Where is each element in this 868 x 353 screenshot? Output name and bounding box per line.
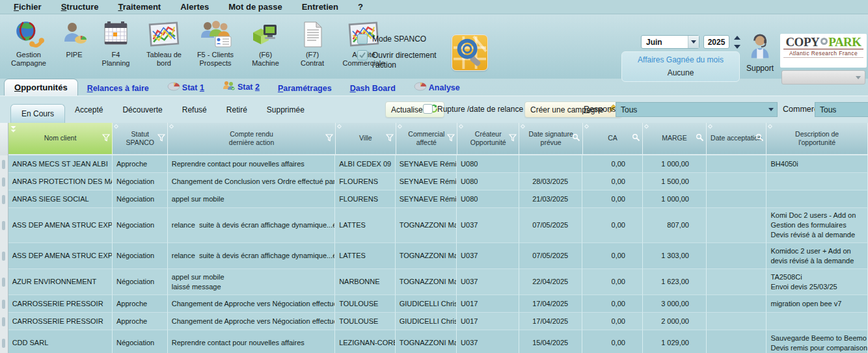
tab-relances-faire[interactable]: Relances à faire — [87, 84, 149, 93]
subtab-refus[interactable]: Refusé — [182, 105, 207, 114]
cell-ville: LATTES — [335, 208, 396, 243]
table-row[interactable]: ANRAS MECS ST JEAN ALBIApprocheReprendre… — [0, 155, 868, 173]
column-header-statut[interactable]: Statut SPANCO — [113, 123, 168, 155]
tab-label: Dash Board — [350, 84, 396, 93]
row-selector[interactable] — [0, 295, 8, 313]
table-row[interactable]: CARROSSERIE PRESSOIRApprocheChangement d… — [0, 313, 868, 330]
checkbox-label: Ouvrir directement l'action — [372, 50, 437, 70]
tab-analyse[interactable]: Analyse — [414, 82, 460, 93]
search-map-button[interactable] — [452, 34, 488, 71]
column-header-compte[interactable]: Compte rendu dernière action — [168, 123, 336, 155]
year-field[interactable]: 2025 — [703, 35, 729, 49]
column-header-marge[interactable]: MARGE — [643, 123, 706, 155]
subtab-accept[interactable]: Accepté — [75, 105, 103, 114]
row-selector[interactable] — [0, 330, 8, 353]
row-selector[interactable] — [0, 313, 8, 330]
cell-createur: U037 — [457, 243, 519, 269]
tab-stat-1[interactable]: Stat 1 — [167, 82, 204, 93]
cell-ville: NARBONNE — [335, 269, 396, 295]
row-selector[interactable] — [0, 243, 8, 269]
tab-stat-2[interactable]: Stat 2 — [223, 81, 260, 93]
menu-item-alertes[interactable]: Alertes — [170, 2, 219, 12]
tab-param-trages[interactable]: Paramétrages — [278, 84, 332, 93]
column-header-desc[interactable]: Description de l'opportunité — [766, 123, 868, 155]
toolbar-button-pipe[interactable]: PIPE — [56, 16, 92, 59]
table-row[interactable]: CDD SARLNégociationReprendre contact pou… — [0, 330, 868, 353]
subtab-en-cours[interactable]: En Cours — [10, 104, 65, 123]
cell-commercial: GIUDICELLI Christo — [396, 313, 457, 330]
responsable-dropdown[interactable]: Tous — [616, 102, 778, 117]
column-header-date_sig[interactable]: Date signature prévue — [519, 123, 582, 155]
people-icon — [223, 81, 236, 93]
toolbar-button-gestion-campagne[interactable]: Gestion Campagne — [1, 16, 56, 68]
checkbox-icon[interactable] — [357, 50, 368, 60]
search-loupe-icon[interactable] — [755, 133, 764, 144]
subtab-d-couverte[interactable]: Découverte — [122, 105, 162, 114]
cell-date_acc — [707, 269, 767, 295]
logo-dropdown-disabled[interactable] — [781, 70, 865, 85]
filter-funnel-icon[interactable] — [509, 133, 517, 144]
menu-item-traitement[interactable]: Traitement — [108, 2, 170, 12]
filter-funnel-icon[interactable] — [325, 133, 333, 144]
filter-funnel-icon[interactable] — [386, 133, 394, 144]
chevron-down-icon — [691, 40, 696, 44]
column-header-label: MARGE — [662, 134, 687, 142]
tab-opportunit-s[interactable]: Opportunités — [4, 79, 78, 96]
year-spin-up-button[interactable] — [732, 34, 742, 41]
table-row[interactable]: CARROSSERIE PRESSOIRApprocheChangement d… — [0, 295, 868, 313]
table-row[interactable]: ANRAS SIEGE SOCIALNégociationappel sur m… — [0, 190, 868, 208]
checkbox-icon[interactable] — [357, 34, 368, 44]
filter-funnel-icon[interactable] — [447, 133, 455, 144]
column-header-label: Compte rendu dernière action — [229, 130, 274, 147]
checkbox-mode-spanco[interactable]: Mode SPANCO — [357, 34, 426, 44]
menu-item-fichier[interactable]: Fichier — [4, 2, 51, 12]
checkbox-icon[interactable] — [423, 104, 433, 114]
table-row[interactable]: ASS DEP AMENA STRUC EXPL AGRNégociationr… — [0, 243, 868, 269]
toolbar-button-f7-contrat[interactable]: (F7) Contrat — [289, 16, 336, 68]
commercial-dropdown[interactable]: Tous — [815, 102, 868, 117]
filter-funnel-icon[interactable] — [157, 133, 165, 144]
row-selector[interactable] — [0, 155, 8, 173]
checkbox-ouvrir-directement-l-action[interactable]: Ouvrir directement l'action — [357, 50, 437, 70]
column-header-commercial[interactable]: Commercial affecté — [396, 123, 457, 155]
toolbar-button-f4-planning[interactable]: F4 Planning — [92, 16, 139, 68]
menu-item-help[interactable]: ? — [348, 2, 373, 12]
menu-item-mot-de-passe[interactable]: Mot de passe — [219, 2, 292, 12]
column-header-label: Ville — [359, 134, 372, 142]
year-spin-down-button[interactable] — [732, 43, 742, 50]
row-selector[interactable] — [0, 208, 8, 243]
column-header-date_acc[interactable]: Date acceptation — [707, 123, 767, 155]
row-selector-gutter-header[interactable] — [0, 123, 8, 155]
month-select[interactable]: Juin — [641, 35, 699, 49]
column-header-nom[interactable]: Nom client — [8, 123, 113, 155]
row-selector[interactable] — [0, 173, 8, 190]
subtab-supprim-e[interactable]: Supprimée — [267, 105, 305, 114]
table-row[interactable]: AZUR ENVIRONNEMENTNégociationappel sur m… — [0, 269, 868, 295]
column-header-ville[interactable]: Ville — [336, 123, 396, 155]
month-select-arrow[interactable] — [688, 36, 699, 48]
tab-dash-board[interactable]: Dash Board — [350, 84, 396, 93]
cell-commercial: TOGNAZZONI Marie — [396, 330, 457, 353]
column-header-ca[interactable]: CA — [583, 123, 644, 155]
cell-ca: 0,00 — [582, 190, 643, 208]
subtab-retir[interactable]: Retiré — [226, 105, 247, 114]
row-selector[interactable] — [0, 269, 8, 295]
toolbar-button-label: (F6) Machine — [252, 51, 279, 68]
column-header-createur[interactable]: Créateur Opportunité — [457, 123, 519, 155]
table-row[interactable]: ANRAS PROTECTION DES MAJEURNégociationCh… — [0, 173, 868, 190]
search-loupe-icon[interactable] — [632, 133, 640, 144]
table-row[interactable]: ASS DEP AMENA STRUC EXPL AGRNégociationr… — [0, 208, 868, 243]
menu-item-structure[interactable]: Structure — [51, 2, 109, 12]
toolbar-button-tableau-de-bord[interactable]: Tableau de bord — [139, 16, 189, 68]
filter-funnel-icon[interactable] — [102, 133, 110, 144]
search-loupe-icon[interactable] — [696, 133, 704, 144]
support-button[interactable]: Support — [742, 33, 778, 73]
toolbar-button-f6-machine[interactable]: (F6) Machine — [242, 16, 289, 68]
menu-item-entretien[interactable]: Entretien — [292, 2, 348, 12]
cell-desc — [766, 173, 868, 190]
toolbar-button-f5-clients-prospects[interactable]: F5 - Clients Prospects — [189, 16, 242, 68]
cell-createur: U080 — [457, 190, 519, 208]
row-selector[interactable] — [0, 190, 8, 208]
rupture-checkbox[interactable]: Rupture /date de relance — [423, 104, 523, 114]
search-loupe-icon[interactable] — [572, 133, 580, 144]
